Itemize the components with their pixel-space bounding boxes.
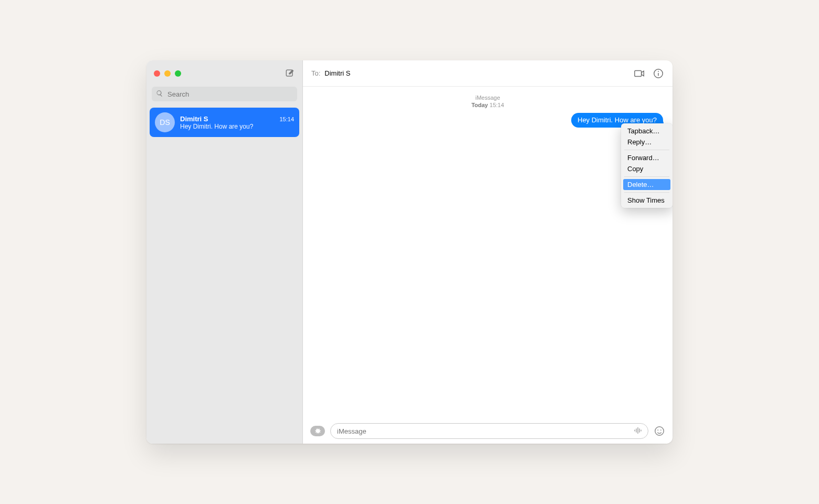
conversation-name: Dimitri S: [180, 115, 208, 123]
to-recipient[interactable]: Dimitri S: [324, 69, 350, 77]
apps-button[interactable]: [310, 426, 325, 436]
facetime-icon[interactable]: [634, 68, 645, 79]
fullscreen-window-button[interactable]: [175, 70, 181, 77]
conversation-pane: To: Dimitri S iMessage Today: [303, 60, 673, 444]
emoji-picker-icon[interactable]: [654, 425, 665, 437]
search-input[interactable]: [166, 90, 293, 99]
avatar: DS: [155, 112, 175, 132]
conversation-item[interactable]: DS Dimitri S 15:14 Hey Dimitri. How are …: [150, 108, 299, 137]
close-window-button[interactable]: [154, 70, 160, 77]
search-field[interactable]: [152, 87, 297, 101]
conversation-time: 15:14: [279, 116, 294, 122]
conversation-preview: Hey Dimitri. How are you?: [180, 123, 294, 130]
svg-point-4: [658, 70, 659, 71]
conversation-list: DS Dimitri S 15:14 Hey Dimitri. How are …: [146, 106, 302, 139]
menu-item-copy[interactable]: Copy: [623, 163, 670, 174]
svg-point-11: [657, 429, 658, 430]
menu-item-forward[interactable]: Forward…: [623, 152, 670, 163]
menu-item-show-times[interactable]: Show Times: [623, 195, 670, 206]
message-text: Hey Dimitri. How are you?: [578, 116, 657, 124]
message-context-menu[interactable]: Tapback… Reply… Forward… Copy Delete… Sh…: [621, 123, 673, 208]
svg-point-10: [655, 427, 664, 436]
menu-item-delete[interactable]: Delete…: [623, 179, 670, 190]
window-controls: [154, 70, 181, 77]
search-icon: [156, 90, 163, 99]
menu-separator: [624, 176, 669, 177]
conversation-header: To: Dimitri S: [303, 60, 673, 87]
menu-item-tapback[interactable]: Tapback…: [623, 125, 670, 136]
compose-button[interactable]: [285, 68, 295, 79]
menu-separator: [624, 150, 669, 150]
svg-point-12: [660, 429, 662, 430]
compose-bar: [303, 418, 673, 444]
menu-separator: [624, 192, 669, 193]
svg-rect-1: [635, 70, 642, 76]
message-text-field[interactable]: [336, 427, 629, 436]
audio-message-icon[interactable]: [633, 426, 643, 437]
info-icon[interactable]: [653, 68, 664, 79]
thread-timestamp: iMessage Today 15:14: [312, 94, 663, 109]
menu-item-reply[interactable]: Reply…: [623, 136, 670, 148]
message-row: Hey Dimitri. How are you?: [312, 113, 663, 128]
message-input[interactable]: [330, 423, 648, 439]
minimize-window-button[interactable]: [164, 70, 171, 77]
titlebar: [146, 60, 302, 87]
chat-area: iMessage Today 15:14 Hey Dimitri. How ar…: [303, 87, 673, 418]
messages-window: DS Dimitri S 15:14 Hey Dimitri. How are …: [146, 60, 673, 444]
sidebar: DS Dimitri S 15:14 Hey Dimitri. How are …: [146, 60, 303, 444]
to-label: To:: [311, 69, 320, 77]
